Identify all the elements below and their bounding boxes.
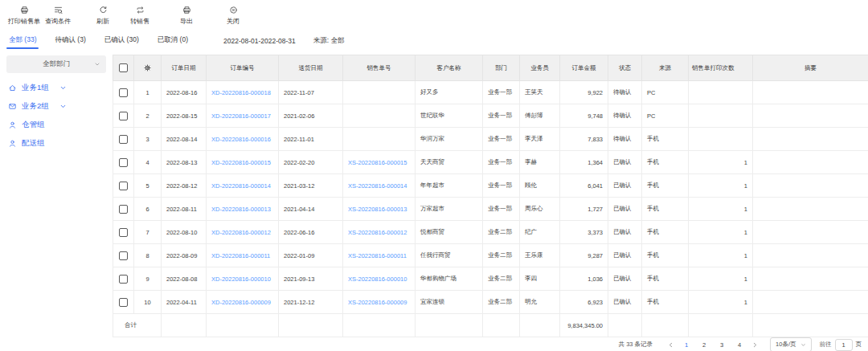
column-header-customer[interactable]: 客户名称 [416,55,483,81]
column-header-sales-no[interactable]: 销售单号 [343,55,416,81]
sales-no-link[interactable]: XS-20220816-000015 [348,159,407,166]
table-row: 32022-08-14XD-20220816-0000162022-11-01华… [113,128,868,151]
order-no-link[interactable]: XD-20220816-000011 [211,252,270,259]
column-header-dept[interactable]: 部门 [483,55,520,81]
row-checkbox[interactable] [119,251,128,260]
column-header-amount[interactable]: 订单金额 [560,55,608,81]
column-header-status[interactable]: 状态 [608,55,642,81]
tab-all[interactable]: 全部 (33) [8,32,37,50]
sales-no-link[interactable]: XS-20220816-000012 [348,229,407,236]
sidebar-item-delivery-group[interactable]: 配送组 [0,135,113,152]
page-size-select[interactable]: 10条/页 [770,337,811,351]
order-no-link[interactable]: XD-20220816-000009 [211,299,271,306]
toolbar-button-print-sales-order[interactable]: 打印销售单 [8,6,40,26]
table-row: 92022-08-08XD-20220816-0000102021-09-13X… [113,267,868,291]
close-circle-icon [229,6,238,14]
select-all-checkbox[interactable] [119,63,128,72]
column-header-delivery-date[interactable]: 送货日期 [279,55,343,81]
row-checkbox[interactable] [119,158,128,167]
printer-icon [20,6,29,14]
cell-customer: 宜家连锁 [416,291,483,314]
sales-no-link: XS-20220816-000013 [343,198,416,221]
sidebar-item-sales-group-2[interactable]: 业务2组 [0,98,113,115]
column-header-source[interactable]: 来源 [642,55,689,81]
tab-pending-confirm[interactable]: 待确认 (3) [54,32,86,50]
order-table-area: 订单日期 订单编号 送货日期 销售单号 客户名称 部门 业务员 订单金额 状态 … [113,55,868,351]
row-checkbox[interactable] [119,275,128,284]
row-checkbox[interactable] [119,88,128,97]
sidebar-item-warehouse-group[interactable]: 仓管组 [0,116,113,133]
table-row: 62022-08-11XD-20220816-0000132021-04-14X… [113,198,868,221]
column-header-print-count[interactable]: 销售单打印次数 [689,55,753,81]
cell-source: 手机 [642,244,689,267]
cell-customer: 华润万家 [416,128,483,151]
row-checkbox[interactable] [119,298,128,307]
sales-no-link[interactable]: XS-20220816-000013 [348,206,407,213]
cell-seq: 2 [134,104,162,128]
tab-cancelled[interactable]: 已取消 (0) [157,32,189,50]
toolbar-button-refresh[interactable]: 刷新 [96,6,109,26]
row-checkbox[interactable] [119,135,128,144]
date-range-filter[interactable]: 2022-08-01-2022-08-31 [223,37,296,45]
column-header-summary[interactable]: 摘要 [753,55,868,81]
sales-no-link[interactable]: XS-20220816-000011 [348,252,407,259]
chevron-right-icon [751,341,759,349]
page-button-4[interactable]: 4 [733,341,746,349]
order-no-link[interactable]: XD-20220816-000010 [211,275,271,283]
cell-dept: 业务二部 [483,221,520,244]
next-page-button[interactable] [751,341,759,349]
sales-no-link [343,104,416,128]
row-checkbox[interactable] [119,228,128,237]
page-button-2[interactable]: 2 [698,341,710,349]
column-header-order-date[interactable]: 订单日期 [162,55,207,81]
order-no-link[interactable]: XD-20220816-000014 [211,182,271,190]
column-header-order-no[interactable]: 订单编号 [207,55,279,81]
column-header-salesman[interactable]: 业务员 [520,55,560,81]
cell-print-count: 1 [689,267,753,291]
cell-order-date: 2022-08-11 [162,198,207,221]
order-no-link: XD-20220816-000017 [207,104,279,128]
row-checkbox[interactable] [119,205,128,214]
user-icon [8,120,17,129]
toolbar-button-transfer-to-sales[interactable]: 转销售 [130,6,149,26]
prev-page-button[interactable] [667,341,674,349]
department-select[interactable]: 全部部门 [6,55,106,73]
row-checkbox[interactable] [119,112,128,120]
order-no-link[interactable]: XD-20220816-000018 [211,89,271,96]
chevron-down-icon[interactable] [59,84,67,92]
page-button-3[interactable]: 3 [715,341,728,349]
sales-no-link[interactable]: XS-20220816-000014 [348,182,407,190]
source-filter[interactable]: 来源: 全部 [313,36,345,46]
order-no-link: XD-20220816-000013 [207,198,279,221]
toolbar-button-export[interactable]: 导出 [180,6,193,26]
order-no-link[interactable]: XD-20220816-000015 [211,159,271,166]
order-no-link[interactable]: XD-20220816-000017 [211,112,271,120]
order-no-link[interactable]: XD-20220816-000013 [211,206,271,213]
sidebar-item-label: 仓管组 [22,120,45,130]
cell-customer: 世纪联华 [416,104,483,128]
record-count: 共 33 条记录 [619,341,653,349]
row-checkbox[interactable] [119,182,128,190]
sidebar-item-sales-group-1[interactable]: 业务1组 [0,80,113,96]
cell-dept: 业务二部 [483,291,520,314]
goto-page-input[interactable] [835,339,853,351]
select-caret-icon [800,342,806,348]
cell-order-date: 2022-08-15 [162,104,207,128]
chevron-down-icon[interactable] [59,103,67,110]
cell-delivery-date: 2021-12-12 [279,291,343,314]
cell-dept: 业务一部 [483,128,520,151]
order-no-link[interactable]: XD-20220816-000016 [211,136,271,143]
sales-no-link[interactable]: XS-20220816-000009 [348,299,407,306]
cell-dept: 业务一部 [483,151,520,174]
tab-confirmed[interactable]: 已确认 (30) [104,32,140,50]
user-icon [8,139,17,148]
cell-print-count: 1 [689,291,753,314]
page-button-1[interactable]: 1 [680,341,693,349]
order-no-link[interactable]: XD-20220816-000012 [211,229,271,236]
column-settings-button[interactable] [143,63,152,72]
toolbar-button-query-conditions[interactable]: 查询条件 [45,6,71,26]
cell [113,291,134,314]
toolbar-button-close[interactable]: 关闭 [227,6,240,26]
sales-no-link[interactable]: XS-20220816-000010 [348,275,407,283]
table-row: 52022-08-12XD-20220816-0000142021-03-12X… [113,174,868,198]
